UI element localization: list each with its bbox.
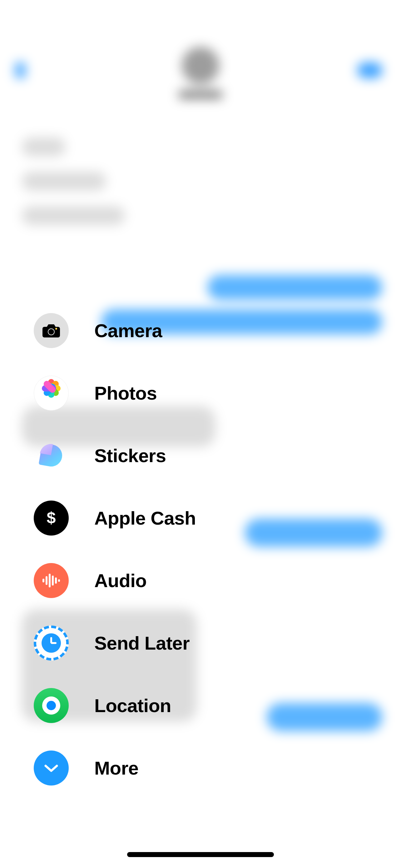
menu-item-camera[interactable]: Camera <box>34 299 401 362</box>
menu-item-location[interactable]: Location <box>34 674 401 737</box>
attachment-menu: Camera Photos Stickers $ Apple Cash <box>0 299 401 799</box>
menu-item-photos[interactable]: Photos <box>34 362 401 424</box>
stickers-icon <box>34 438 69 473</box>
svg-rect-8 <box>55 578 57 584</box>
menu-label-stickers: Stickers <box>94 445 166 466</box>
menu-item-stickers[interactable]: Stickers <box>34 424 401 487</box>
chevron-down-icon <box>34 750 69 785</box>
svg-rect-5 <box>45 576 47 585</box>
menu-label-send-later: Send Later <box>94 632 190 654</box>
menu-label-more: More <box>94 757 138 779</box>
menu-item-more[interactable]: More <box>34 737 401 799</box>
menu-label-apple-cash: Apple Cash <box>94 507 196 529</box>
svg-rect-4 <box>42 579 44 582</box>
menu-label-audio: Audio <box>94 570 146 591</box>
location-icon <box>34 688 69 723</box>
svg-text:$: $ <box>47 509 56 527</box>
svg-rect-7 <box>52 576 54 586</box>
apple-cash-icon: $ <box>34 501 69 535</box>
menu-label-camera: Camera <box>94 320 162 342</box>
menu-item-audio[interactable]: Audio <box>34 549 401 612</box>
home-indicator <box>127 852 274 857</box>
svg-point-2 <box>55 328 57 330</box>
menu-label-location: Location <box>94 695 171 716</box>
photos-icon <box>34 376 69 410</box>
menu-label-photos: Photos <box>94 382 157 404</box>
svg-rect-6 <box>49 574 51 587</box>
menu-item-send-later[interactable]: Send Later <box>34 612 401 674</box>
send-later-icon <box>34 625 69 660</box>
svg-rect-9 <box>58 579 60 582</box>
menu-item-apple-cash[interactable]: $ Apple Cash <box>34 487 401 549</box>
svg-point-1 <box>48 329 54 335</box>
camera-icon <box>34 313 69 348</box>
audio-icon <box>34 563 69 598</box>
